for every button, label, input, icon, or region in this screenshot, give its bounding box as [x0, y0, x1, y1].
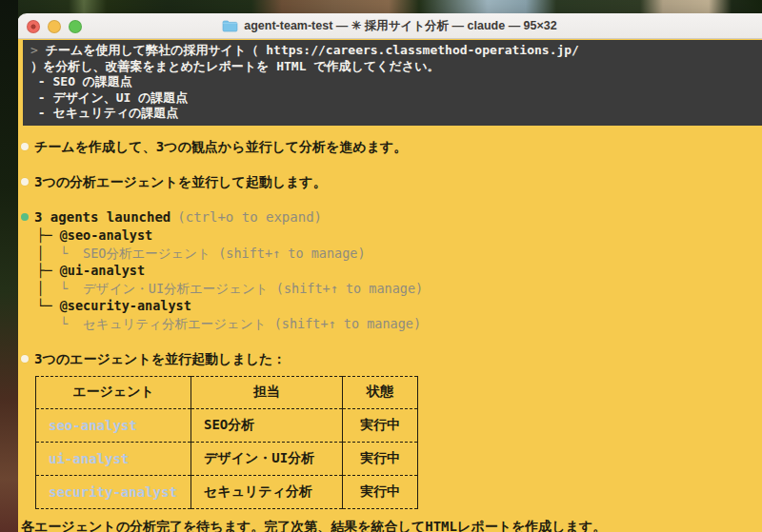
column-header-role: 担当: [191, 376, 343, 408]
table-row: security-analyst セキュリティ分析 実行中: [36, 475, 418, 508]
tree-agent-seo-desc: │ └ SEO分析エージェント (shift+↑ to manage): [21, 245, 762, 263]
tree-agent-security[interactable]: └─ @security-analyst: [21, 297, 762, 315]
prompt-line-2: ）を分析し、改善案をまとめたレポートを HTML で作成してください。: [30, 59, 752, 75]
cell-agent-role: セキュリティ分析: [191, 475, 343, 508]
agent-status-icon: [21, 213, 29, 221]
cell-agent-name: ui-analyst: [36, 442, 191, 475]
tree-agent-seo[interactable]: ├─ @seo-analyst: [21, 227, 762, 245]
prompt-line-1: > チームを使用して弊社の採用サイト（ https://careers.clas…: [30, 43, 752, 59]
agent-name: @security-analyst: [60, 298, 191, 313]
column-header-status: 状態: [343, 376, 418, 408]
tree-pipe-icon: │: [21, 281, 60, 296]
assistant-message-3: 3つのエージェントを並行起動しました：: [17, 350, 762, 368]
agents-status-table: エージェント 担当 状態 seo-analyst SEO分析 実行中 ui-an…: [35, 376, 418, 509]
message-text: チームを作成して、3つの観点から並行して分析を進めます。: [34, 138, 407, 156]
minimize-button[interactable]: [48, 20, 61, 33]
message-text: 3つの分析エージェントを並行して起動します。: [34, 173, 327, 191]
tree-corner-icon: └: [60, 246, 83, 261]
cell-agent-status: 実行中: [343, 442, 418, 475]
close-button[interactable]: [27, 20, 40, 33]
terminal-content[interactable]: > チームを使用して弊社の採用サイト（ https://careers.clas…: [17, 39, 762, 532]
prompt-text-1: チームを使用して弊社の採用サイト（ https://careers.classm…: [38, 43, 579, 57]
table-header-row: エージェント 担当 状態: [36, 376, 418, 408]
window-title-area: agent-team-test — ✳ 採用サイト分析 — claude — 9…: [17, 13, 762, 38]
agents-launched-header[interactable]: 3 agents launched (ctrl+o to expand): [17, 208, 762, 227]
tree-corner-icon: └: [60, 281, 83, 296]
cell-agent-status: 実行中: [343, 475, 418, 508]
cell-agent-name: seo-analyst: [36, 408, 191, 442]
tree-agent-ui[interactable]: ├─ @ui-analyst: [21, 262, 762, 280]
bullet-icon: [21, 355, 29, 363]
assistant-message-2: 3つの分析エージェントを並行して起動します。: [17, 173, 762, 191]
tree-agent-security-desc: └ セキュリティ分析エージェント (shift+↑ to manage): [21, 315, 762, 333]
folder-icon: [222, 20, 238, 32]
assistant-message-1: チームを作成して、3つの観点から並行して分析を進めます。: [17, 138, 762, 156]
agent-tree: ├─ @seo-analyst │ └ SEO分析エージェント (shift+↑…: [17, 227, 762, 333]
table-row: ui-analyst デザイン・UI分析 実行中: [36, 442, 418, 475]
tree-corner-icon: └: [60, 316, 83, 331]
closing-message: 各エージェントの分析完了を待ちます。完了次第、結果を統合してHTMLレポートを作…: [17, 518, 762, 532]
cell-agent-status: 実行中: [343, 408, 418, 442]
agents-launched-label: 3 agents launched: [34, 208, 170, 227]
agent-description: デザイン・UI分析エージェント: [83, 281, 269, 296]
user-prompt-box: > チームを使用して弊社の採用サイト（ https://careers.clas…: [23, 40, 762, 126]
window-title: agent-team-test — ✳ 採用サイト分析 — claude — 9…: [244, 18, 556, 34]
agent-description: SEO分析エージェント: [83, 246, 211, 261]
bullet-icon: [21, 143, 29, 150]
tree-pipe-icon: │: [21, 246, 60, 261]
prompt-chevron: >: [30, 43, 38, 57]
table-row: seo-analyst SEO分析 実行中: [36, 408, 418, 442]
desktop-wallpaper: agent-team-test — ✳ 採用サイト分析 — claude — 9…: [0, 0, 762, 532]
message-text: 3つのエージェントを並行起動しました：: [34, 350, 286, 368]
cell-agent-role: デザイン・UI分析: [191, 442, 343, 475]
manage-hint: (shift+↑ to manage): [211, 246, 366, 261]
traffic-lights: [27, 20, 82, 33]
agent-name: @ui-analyst: [60, 263, 145, 278]
zoom-button[interactable]: [69, 20, 82, 33]
expand-hint: (ctrl+o to expand): [177, 208, 322, 227]
tree-branch-icon: ├─: [21, 227, 60, 243]
terminal-window: agent-team-test — ✳ 採用サイト分析 — claude — 9…: [17, 13, 762, 532]
cell-agent-role: SEO分析: [191, 408, 343, 442]
agent-name: @seo-analyst: [60, 227, 153, 243]
window-titlebar[interactable]: agent-team-test — ✳ 採用サイト分析 — claude — 9…: [17, 13, 762, 39]
tree-branch-icon: └─: [21, 298, 60, 313]
manage-hint: (shift+↑ to manage): [269, 281, 424, 296]
agent-description: セキュリティ分析エージェント: [83, 316, 266, 331]
prompt-line-3: - SEO の課題点: [30, 74, 752, 90]
tree-agent-ui-desc: │ └ デザイン・UI分析エージェント (shift+↑ to manage): [21, 280, 762, 298]
cell-agent-name: security-analyst: [36, 475, 191, 508]
column-header-agent: エージェント: [36, 376, 191, 408]
tree-branch-icon: ├─: [21, 263, 60, 278]
tree-pipe-icon: [21, 316, 60, 331]
prompt-line-4: - デザイン、UI の課題点: [30, 90, 752, 107]
manage-hint: (shift+↑ to manage): [267, 316, 422, 331]
bullet-icon: [21, 178, 29, 186]
prompt-line-5: - セキュリティの課題点: [30, 106, 752, 122]
